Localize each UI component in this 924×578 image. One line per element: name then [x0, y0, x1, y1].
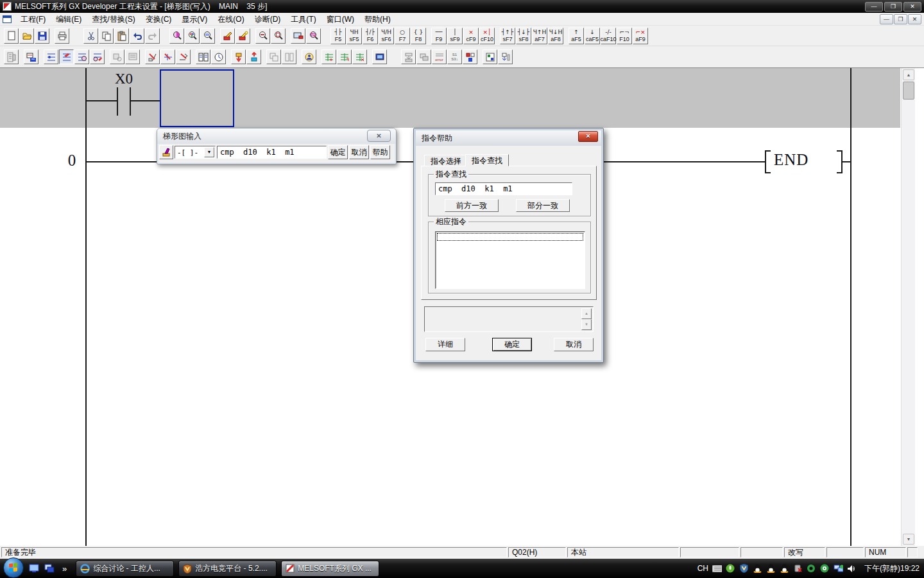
mdi-restore-button[interactable]: ❐: [894, 14, 907, 24]
scrollbar-thumb[interactable]: [903, 82, 914, 100]
device-test2-icon[interactable]: [401, 49, 416, 64]
menu-convert[interactable]: 变换(C): [141, 13, 177, 26]
time-chart-icon[interactable]: [211, 49, 226, 64]
task-haofang-window[interactable]: 浩方电竞平台 - 5.2....: [178, 561, 277, 577]
taskbar-clock[interactable]: 下午(郭静)19:22: [864, 563, 920, 574]
task-melsoft-window[interactable]: MELSOFT系列 GX ...: [281, 561, 379, 577]
sampling-trace-icon[interactable]: [498, 49, 513, 64]
window-tile-icon[interactable]: [282, 49, 296, 64]
undo-icon[interactable]: [130, 28, 144, 44]
ok-button[interactable]: 确定: [328, 145, 348, 159]
ladder-logic-test-icon[interactable]: [24, 49, 38, 64]
qq-penguin-icon[interactable]: [753, 564, 762, 574]
safety-ring-icon[interactable]: [807, 564, 816, 574]
comment-display-icon[interactable]: [302, 49, 316, 64]
parallel-rising-pulse-button[interactable]: Ч↑НaF7: [532, 28, 547, 44]
menu-help[interactable]: 帮助(H): [359, 13, 396, 26]
cancel-button[interactable]: 取消: [349, 145, 369, 159]
network-icon[interactable]: [834, 564, 843, 574]
close-icon[interactable]: ✕: [367, 130, 391, 142]
spin-down-icon[interactable]: ▼: [581, 319, 592, 330]
start-button[interactable]: [3, 557, 24, 578]
menu-view[interactable]: 显示(V): [176, 13, 212, 26]
menu-online[interactable]: 在线(O): [212, 13, 249, 26]
selection-cursor-cell[interactable]: [160, 69, 234, 127]
closed-contact-button[interactable]: ┤/├F6: [363, 28, 378, 44]
program-check-icon[interactable]: [196, 49, 210, 64]
monitor-write-mode-icon[interactable]: [90, 49, 105, 64]
write-edit-icon[interactable]: [220, 28, 235, 44]
close-icon[interactable]: ✕: [578, 131, 598, 142]
falling-pulse-button[interactable]: ┤↓├sF8: [516, 28, 531, 44]
invert-result-down-button[interactable]: ↓caF5: [585, 28, 600, 44]
copy-icon[interactable]: [99, 28, 114, 44]
qq-penguin-icon[interactable]: [780, 564, 789, 574]
mdi-close-button[interactable]: ✕: [908, 14, 921, 24]
menu-diagnostics[interactable]: 诊断(D): [250, 13, 286, 26]
detail-button[interactable]: 详细: [425, 338, 465, 351]
redo-icon[interactable]: [145, 28, 160, 44]
vertical-scrollbar[interactable]: ▲ ▼: [901, 68, 915, 546]
maximize-button[interactable]: ❐: [884, 2, 902, 12]
device-batch-monitor-icon[interactable]: [125, 49, 140, 64]
instruction-find-icon[interactable]: [185, 28, 200, 44]
language-indicator[interactable]: CH: [697, 564, 708, 573]
application-instruction-button[interactable]: { }F8: [411, 28, 426, 44]
scroll-up-icon[interactable]: ▲: [903, 69, 914, 80]
display-connection-icon[interactable]: [291, 28, 305, 44]
cancel-button[interactable]: 取消: [554, 338, 594, 351]
zoom-out-icon[interactable]: [255, 28, 270, 44]
note-display-icon[interactable]: [337, 49, 352, 64]
convert-all-icon[interactable]: [176, 49, 191, 64]
menu-project[interactable]: 工程(F): [15, 13, 51, 26]
device-find-icon[interactable]: [169, 28, 184, 44]
mdi-child-icon[interactable]: [3, 15, 12, 23]
coil-button[interactable]: ○F7: [395, 28, 410, 44]
project-data-list-icon[interactable]: [4, 49, 19, 64]
qq-penguin-icon[interactable]: [766, 564, 776, 574]
tab-instruction-search[interactable]: 指令查找: [465, 154, 509, 166]
step-execution-icon[interactable]: S1S3↓: [447, 49, 462, 64]
mdi-minimize-button[interactable]: —: [880, 14, 893, 24]
alias-display-icon[interactable]: [352, 49, 367, 64]
program-list-icon[interactable]: [483, 49, 497, 64]
parallel-falling-pulse-button[interactable]: Ч↓НaF8: [548, 28, 563, 44]
statement-display-icon[interactable]: [321, 49, 336, 64]
volume-icon[interactable]: [847, 564, 857, 574]
contact-coil-find-icon[interactable]: [200, 28, 215, 44]
haofang-tray-icon[interactable]: [739, 564, 749, 574]
read-edit-icon[interactable]: [235, 28, 250, 44]
read-mode-icon[interactable]: [44, 49, 58, 64]
draw-line-button[interactable]: ⌐¬F10: [617, 28, 632, 44]
partial-match-button[interactable]: 部分一致: [516, 199, 570, 212]
toolbar-overflow-chevron[interactable]: »: [62, 564, 67, 574]
paste-icon[interactable]: [114, 28, 129, 44]
symbol-stamp-icon[interactable]: [159, 145, 173, 159]
device-test-icon[interactable]: [110, 49, 124, 64]
jump-destination-icon[interactable]: [246, 49, 261, 64]
open-contact-button[interactable]: ┤├F5: [330, 28, 346, 44]
buffer-memory-monitor-icon[interactable]: [416, 49, 431, 64]
monitor-mode-icon[interactable]: [74, 49, 89, 64]
instruction-listbox[interactable]: [435, 231, 585, 289]
write-mode-icon[interactable]: [59, 49, 74, 64]
spin-up-icon[interactable]: ▲: [581, 308, 592, 319]
window-switcher-icon[interactable]: [43, 562, 56, 575]
vertical-line-button[interactable]: │sF9: [447, 28, 463, 44]
comment-find-icon[interactable]: [306, 28, 321, 44]
menu-edit[interactable]: 编辑(E): [51, 13, 87, 26]
instruction-input[interactable]: [217, 146, 327, 159]
instruction-search-input[interactable]: [435, 182, 572, 195]
delete-vertical-line-button[interactable]: ×│cF10: [479, 28, 495, 44]
menu-find-replace[interactable]: 查找/替换(S): [87, 13, 140, 26]
scroll-down-icon[interactable]: ▼: [903, 534, 914, 545]
player-tray-icon[interactable]: [820, 564, 830, 574]
help-button[interactable]: 帮助: [370, 145, 390, 159]
window-cascade-icon[interactable]: [266, 49, 281, 64]
save-icon[interactable]: [35, 28, 49, 44]
symbol-combobox[interactable]: -[ ]- ▼: [175, 146, 216, 159]
voice-tray-icon[interactable]: [726, 564, 735, 574]
tab-instruction-select[interactable]: 指令选择: [424, 155, 468, 166]
erase-line-button[interactable]: ⌐×aF9: [633, 28, 648, 44]
delete-horizontal-line-button[interactable]: ×cF9: [463, 28, 479, 44]
